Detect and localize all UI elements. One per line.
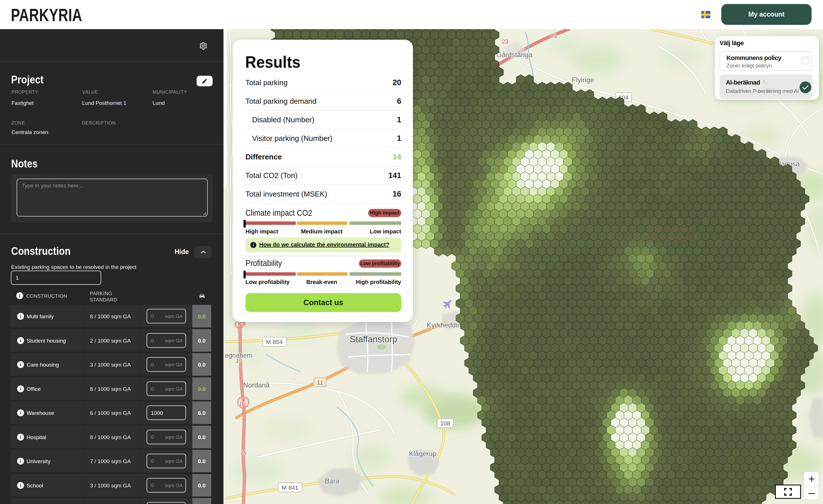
svg-text:Staffanstorp: Staffanstorp (350, 334, 397, 344)
svg-text:M 841: M 841 (282, 484, 298, 491)
svg-text:23: 23 (502, 38, 508, 44)
svg-text:Klågerup: Klågerup (409, 450, 436, 458)
svg-text:Bara: Bara (325, 477, 339, 485)
svg-text:11: 11 (317, 379, 323, 386)
svg-text:Nordanå: Nordanå (243, 381, 270, 389)
svg-text:17: 17 (235, 358, 242, 364)
svg-text:Södra Sandby: Södra Sandby (526, 162, 563, 169)
svg-text:Gårdstånga: Gårdstånga (496, 51, 532, 58)
svg-text:15: 15 (240, 450, 246, 456)
svg-text:108: 108 (440, 420, 450, 427)
svg-text:M 854: M 854 (266, 339, 283, 345)
svg-text:Revingehed: Revingehed (652, 225, 692, 234)
svg-text:Flyinge: Flyinge (572, 76, 594, 84)
svg-text:16: 16 (238, 401, 245, 407)
svg-text:pansarövningsfält: pansarövningsfält (638, 234, 697, 242)
svg-text:23: 23 (551, 33, 557, 39)
